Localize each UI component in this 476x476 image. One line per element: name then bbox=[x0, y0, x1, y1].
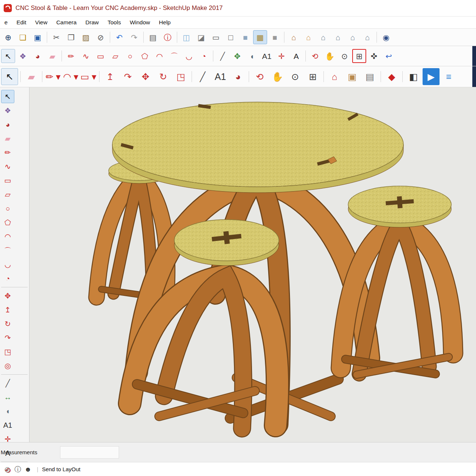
view-back-icon[interactable]: ⌂ bbox=[346, 30, 360, 44]
compass-icon[interactable]: ◉ bbox=[379, 30, 393, 44]
view-left-icon[interactable]: ⌂ bbox=[360, 30, 374, 44]
rotated-rectangle-icon[interactable]: ▱ bbox=[108, 49, 122, 63]
menu-item[interactable]: View bbox=[31, 19, 52, 26]
make-component-icon[interactable]: ❖ bbox=[1, 104, 14, 117]
axes-icon[interactable]: ✛ bbox=[274, 49, 288, 63]
eraser-icon[interactable]: ▰ bbox=[23, 68, 40, 85]
zoom-extents-icon[interactable]: ✜ bbox=[367, 49, 381, 63]
sign-in-icon[interactable]: ☻ bbox=[23, 464, 33, 475]
zoom-icon[interactable]: ⊙ bbox=[337, 49, 351, 63]
get-models-icon[interactable]: ⌂ bbox=[326, 68, 343, 85]
send-to-layout-label[interactable]: Send to LayOut bbox=[42, 466, 80, 472]
three-point-arc-icon[interactable]: ◡ bbox=[182, 49, 196, 63]
polygon-icon[interactable]: ⬠ bbox=[1, 216, 14, 229]
arcs-icon[interactable]: ◠ ▾ bbox=[62, 68, 79, 85]
measurements-input[interactable] bbox=[60, 446, 119, 459]
send-to-layout-icon[interactable]: ≡ bbox=[440, 68, 457, 85]
style-shaded-icon[interactable]: ■ bbox=[238, 30, 252, 44]
rotate-icon[interactable]: ↻ bbox=[1, 317, 14, 330]
zoom-previous-icon[interactable]: ↩ bbox=[382, 49, 396, 63]
circle-icon[interactable]: ○ bbox=[123, 49, 137, 63]
offset-icon[interactable]: ◎ bbox=[1, 359, 14, 372]
threed-text-icon[interactable]: A bbox=[289, 49, 303, 63]
paste-icon[interactable]: ▨ bbox=[79, 30, 93, 44]
pie-icon[interactable]: ◔ bbox=[197, 49, 211, 63]
rectangle-icon[interactable]: ▭ bbox=[1, 174, 14, 187]
zoom-window-icon[interactable]: ⊞ bbox=[352, 49, 366, 63]
tape-measure-icon[interactable]: ╱ bbox=[194, 68, 211, 85]
menu-item[interactable]: Camera bbox=[52, 19, 81, 26]
menu-item[interactable]: Tools bbox=[103, 19, 125, 26]
make-component-icon[interactable]: ❖ bbox=[16, 49, 30, 63]
pan-icon[interactable]: ✋ bbox=[323, 49, 337, 63]
freehand-icon[interactable]: ∿ bbox=[79, 49, 93, 63]
circle-icon[interactable]: ○ bbox=[1, 202, 14, 215]
protractor-icon[interactable]: ◖ bbox=[245, 49, 259, 63]
move-icon[interactable]: ✥ bbox=[137, 68, 154, 85]
play-animation-icon[interactable]: ▶ bbox=[423, 68, 440, 85]
arc-icon[interactable]: ◠ bbox=[1, 230, 14, 243]
extension-warehouse-icon[interactable]: ▤ bbox=[361, 68, 378, 85]
text-icon[interactable]: A1 bbox=[212, 68, 229, 85]
copy-icon[interactable]: ❐ bbox=[64, 30, 78, 44]
model-info-icon[interactable]: ⓘ bbox=[161, 30, 175, 44]
style-wireframe-icon[interactable]: ▭ bbox=[209, 30, 223, 44]
undo-icon[interactable]: ↶ bbox=[112, 30, 126, 44]
select-icon[interactable]: ↖ bbox=[1, 90, 14, 103]
tape-measure-icon[interactable]: ╱ bbox=[216, 49, 230, 63]
style-monochrome-icon[interactable]: ■ bbox=[268, 30, 282, 44]
drawing-canvas[interactable] bbox=[29, 87, 476, 442]
shapes-icon[interactable]: ▭ ▾ bbox=[80, 68, 97, 85]
dimensions-icon[interactable]: ✥ bbox=[230, 49, 244, 63]
polygon-icon[interactable]: ⬠ bbox=[138, 49, 152, 63]
style-shaded-textures-icon[interactable]: ▦ bbox=[253, 30, 267, 44]
line-icon[interactable]: ✏ bbox=[1, 146, 14, 159]
orbit-icon[interactable]: ⟲ bbox=[308, 49, 322, 63]
view-top-icon[interactable]: ⌂ bbox=[301, 30, 315, 44]
orbit-icon[interactable]: ⟲ bbox=[251, 68, 268, 85]
style-back-edges-icon[interactable]: ◪ bbox=[194, 30, 208, 44]
push-pull-icon[interactable]: ↥ bbox=[1, 303, 14, 316]
dimensions-icon[interactable]: ↔ bbox=[1, 391, 14, 404]
share-model-icon[interactable]: ▣ bbox=[344, 68, 361, 85]
pie-icon[interactable]: ◔ bbox=[1, 272, 14, 285]
text-icon[interactable]: A1 bbox=[260, 49, 274, 63]
credits-icon[interactable]: ⓘ bbox=[13, 464, 23, 475]
new-icon[interactable]: ⊕ bbox=[1, 30, 15, 44]
two-point-arc-icon[interactable]: ⌒ bbox=[1, 244, 14, 257]
freehand-icon[interactable]: ∿ bbox=[1, 160, 14, 173]
paint-bucket-icon[interactable]: ◕ bbox=[1, 118, 14, 131]
save-icon[interactable]: ▣ bbox=[31, 30, 45, 44]
two-point-arc-icon[interactable]: ⌒ bbox=[167, 49, 181, 63]
move-icon[interactable]: ✥ bbox=[1, 289, 14, 302]
eraser-icon[interactable]: ▰ bbox=[1, 132, 14, 145]
push-pull-icon[interactable]: ↥ bbox=[102, 68, 119, 85]
tape-measure-icon[interactable]: ╱ bbox=[1, 377, 14, 390]
redo-icon[interactable]: ↷ bbox=[127, 30, 141, 44]
text-icon[interactable]: A1 bbox=[1, 419, 14, 432]
menu-item[interactable]: Window bbox=[125, 19, 154, 26]
scale-icon[interactable]: ◳ bbox=[1, 345, 14, 358]
paint-bucket-icon[interactable]: ◕ bbox=[230, 68, 246, 85]
view-right-icon[interactable]: ⌂ bbox=[331, 30, 345, 44]
line-icon[interactable]: ✏ bbox=[64, 49, 78, 63]
line-icon[interactable]: ✏ ▾ bbox=[45, 68, 62, 85]
arc-icon[interactable]: ◠ bbox=[153, 49, 167, 63]
menu-item[interactable]: Help bbox=[154, 19, 175, 26]
scale-icon[interactable]: ◳ bbox=[172, 68, 189, 85]
paint-bucket-icon[interactable]: ◕ bbox=[31, 49, 45, 63]
select-icon[interactable]: ↖ bbox=[1, 68, 18, 85]
follow-me-icon[interactable]: ↷ bbox=[1, 331, 14, 344]
rectangle-icon[interactable]: ▭ bbox=[94, 49, 108, 63]
rotate-icon[interactable]: ↻ bbox=[155, 68, 172, 85]
rotated-rectangle-icon[interactable]: ▱ bbox=[1, 188, 14, 201]
eraser-icon[interactable]: ▰ bbox=[45, 49, 59, 63]
menu-item[interactable]: e bbox=[0, 19, 12, 26]
print-icon[interactable]: ▤ bbox=[146, 30, 160, 44]
geolocation-icon[interactable]: ◎ bbox=[2, 464, 13, 475]
pan-icon[interactable]: ✋ bbox=[269, 68, 286, 85]
menu-item[interactable]: Edit bbox=[12, 19, 31, 26]
style-xray-icon[interactable]: ◫ bbox=[179, 30, 193, 44]
open-icon[interactable]: ❏ bbox=[16, 30, 30, 44]
protractor-icon[interactable]: ◖ bbox=[1, 405, 14, 418]
